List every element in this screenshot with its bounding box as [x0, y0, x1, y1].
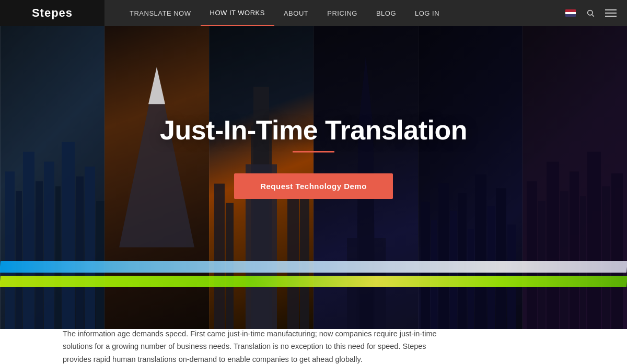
- nav-pricing[interactable]: PRICING: [318, 0, 367, 26]
- nav-about[interactable]: ABOUT: [274, 0, 318, 26]
- hero-underline: [293, 151, 334, 152]
- search-button[interactable]: [584, 7, 597, 19]
- hamburger-line-1: [605, 9, 617, 10]
- green-bar: [0, 276, 627, 287]
- hamburger-line-2: [605, 13, 617, 14]
- hero-section: Just-In-Time Translation Request Technol…: [0, 26, 627, 329]
- svg-point-0: [588, 10, 593, 15]
- search-icon: [586, 9, 595, 17]
- blue-bar: [0, 261, 627, 273]
- language-flag-icon[interactable]: [565, 9, 576, 17]
- nav-login[interactable]: LOG IN: [405, 0, 449, 26]
- navbar: Stepes TRANSLATE NOW HOW IT WORKS ABOUT …: [0, 0, 627, 26]
- hero-title: Just-In-Time Translation: [160, 114, 467, 146]
- nav-translate-now[interactable]: TRANSLATE NOW: [120, 0, 201, 26]
- nav-blog[interactable]: BLOG: [367, 0, 405, 26]
- cta-button[interactable]: Request Technology Demo: [234, 173, 393, 199]
- hamburger-line-3: [605, 16, 617, 17]
- hero-bars: [0, 261, 627, 287]
- menu-hamburger[interactable]: [605, 9, 617, 17]
- navbar-right: [565, 7, 627, 19]
- nav-links: TRANSLATE NOW HOW IT WORKS ABOUT PRICING…: [104, 0, 565, 26]
- nav-how-it-works[interactable]: HOW IT WORKS: [201, 0, 274, 26]
- svg-line-1: [592, 15, 594, 17]
- hero-description: The information age demands speed. First…: [63, 327, 439, 364]
- site-logo[interactable]: Stepes: [0, 0, 104, 26]
